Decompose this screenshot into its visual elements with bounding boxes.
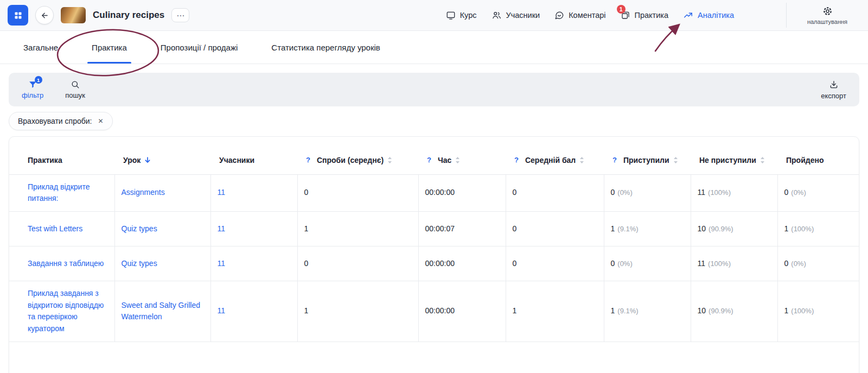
- course-title: Culinary recipes: [93, 10, 164, 21]
- col-practice: Практика: [9, 155, 114, 174]
- col-lesson-label: Урок: [123, 156, 141, 165]
- tab-lesson-view-stats[interactable]: Статистика перегляду уроків: [271, 31, 380, 64]
- attempts-value: 1: [304, 224, 309, 233]
- practice-link[interactable]: Приклад відкрите питання:: [28, 182, 90, 203]
- avg-score-value: 0: [513, 188, 517, 197]
- practice-link[interactable]: Завдання з таблицею: [28, 259, 104, 268]
- lesson-link[interactable]: Quiz types: [122, 224, 157, 233]
- col-time[interactable]: ? Час: [418, 155, 506, 174]
- filter-chip-label: Враховувати спроби:: [18, 117, 92, 125]
- filter-chip-close-icon[interactable]: ✕: [98, 118, 103, 124]
- not-started-value: 10: [698, 306, 706, 315]
- tab-practice[interactable]: Практика: [92, 31, 127, 64]
- sort-both-icon[interactable]: [387, 156, 392, 164]
- export-download-icon: [829, 80, 839, 90]
- practice-analytics-card: Практика Урок Учасники ? С: [9, 136, 859, 373]
- not-started-percent: (90.9%): [709, 225, 733, 233]
- filter-chip-attempts: Враховувати спроби: ✕: [9, 112, 113, 130]
- comments-icon: [554, 10, 564, 20]
- col-participants-label: Учасники: [219, 156, 254, 165]
- col-attempts-label: Спроби (середнє): [317, 156, 384, 165]
- attempts-value: 0: [304, 259, 309, 268]
- col-not-started-label: Не приступили: [699, 156, 756, 165]
- participants-count-link[interactable]: 11: [218, 224, 226, 233]
- col-not-started[interactable]: Не приступили: [691, 155, 777, 174]
- nav-participants[interactable]: Учасники: [492, 10, 540, 20]
- lesson-link[interactable]: Quiz types: [122, 259, 157, 268]
- more-options-button[interactable]: ⋯: [171, 8, 189, 22]
- practice-analytics-table: Практика Урок Учасники ? С: [9, 155, 859, 342]
- col-time-label: Час: [438, 156, 451, 165]
- sort-both-icon[interactable]: [760, 156, 765, 164]
- nav-practice[interactable]: 1 Практика: [621, 10, 669, 20]
- search-label: пошук: [65, 91, 85, 99]
- practice-notification-badge: 1: [617, 5, 626, 14]
- participants-icon: [492, 10, 502, 20]
- sort-both-icon[interactable]: [579, 156, 584, 164]
- not-started-value: 10: [698, 224, 706, 233]
- passed-value: 1: [784, 306, 789, 315]
- col-started-label: Приступили: [623, 156, 669, 165]
- started-percent: (9.1%): [617, 307, 638, 315]
- sort-both-icon[interactable]: [673, 156, 678, 164]
- export-button[interactable]: експорт: [821, 80, 846, 100]
- lesson-link[interactable]: Assignments: [122, 188, 165, 197]
- settings-label: налаштування: [807, 18, 847, 25]
- tab-practice-label: Практика: [92, 43, 127, 52]
- col-passed: Пройдено: [777, 155, 859, 174]
- practice-link[interactable]: Приклад завдання з відкритою відповіддю …: [28, 289, 104, 333]
- passed-percent: (100%): [791, 225, 814, 233]
- more-icon: ⋯: [176, 11, 184, 20]
- tab-general[interactable]: Загальне: [23, 31, 58, 64]
- started-percent: (9.1%): [617, 225, 638, 233]
- participants-count-link[interactable]: 11: [218, 259, 226, 268]
- col-passed-label: Пройдено: [786, 156, 824, 165]
- col-avg-score[interactable]: ? Середній бал: [506, 155, 604, 174]
- table-row: Завдання з таблицею Quiz types 11 0 00:0…: [9, 246, 859, 281]
- table-toolbar: 1 фільтр пошук експорт: [9, 73, 859, 106]
- filter-icon-wrap: 1: [28, 80, 37, 89]
- header-left: Culinary recipes ⋯: [0, 5, 189, 26]
- help-icon[interactable]: ?: [306, 156, 310, 164]
- apps-grid-icon: [14, 11, 23, 20]
- passed-value: 0: [784, 259, 789, 268]
- lesson-link[interactable]: Sweet and Salty Grilled Watermelon: [122, 301, 201, 321]
- apps-grid-button[interactable]: [8, 5, 28, 26]
- nav-analytics[interactable]: Аналітика: [683, 10, 734, 20]
- help-icon[interactable]: ?: [514, 156, 519, 164]
- tab-offers-sales[interactable]: Пропозиції / продажі: [161, 31, 238, 64]
- passed-percent: (100%): [791, 307, 814, 315]
- analytics-tabs: Загальне Практика Пропозиції / продажі С…: [0, 31, 868, 64]
- filter-label: фільтр: [22, 91, 43, 99]
- table-row: Приклад відкрите питання: Assignments 11…: [9, 174, 859, 211]
- search-icon: [71, 80, 80, 89]
- practice-link[interactable]: Test with Letters: [28, 224, 82, 233]
- attempts-value: 1: [304, 306, 309, 315]
- sort-both-icon[interactable]: [455, 156, 460, 164]
- participants-count-link[interactable]: 11: [218, 306, 226, 315]
- started-value: 1: [611, 224, 615, 233]
- not-started-percent: (100%): [708, 188, 731, 197]
- search-button[interactable]: пошук: [65, 80, 85, 99]
- sort-desc-icon[interactable]: [144, 156, 151, 163]
- course-thumbnail: [61, 7, 86, 23]
- nav-course[interactable]: Курс: [446, 10, 477, 20]
- settings-button[interactable]: налаштування: [787, 5, 868, 25]
- started-value: 0: [611, 259, 615, 268]
- time-value: 00:00:00: [425, 306, 455, 315]
- col-lesson[interactable]: Урок: [114, 155, 210, 174]
- help-icon[interactable]: ?: [427, 156, 431, 164]
- started-value: 1: [611, 306, 615, 315]
- avg-score-value: 0: [513, 259, 517, 268]
- back-button[interactable]: [35, 6, 54, 24]
- col-avg-score-label: Середній бал: [525, 156, 576, 165]
- help-icon[interactable]: ?: [612, 156, 617, 164]
- not-started-value: 11: [698, 188, 706, 197]
- col-attempts[interactable]: ? Спроби (середнє): [297, 155, 418, 174]
- filter-count-badge: 1: [35, 76, 42, 84]
- nav-comments[interactable]: Коментарі: [554, 10, 605, 20]
- filter-button[interactable]: 1 фільтр: [22, 80, 43, 99]
- col-started[interactable]: ? Приступили: [604, 155, 691, 174]
- participants-count-link[interactable]: 11: [218, 188, 226, 197]
- course-icon: [446, 10, 456, 20]
